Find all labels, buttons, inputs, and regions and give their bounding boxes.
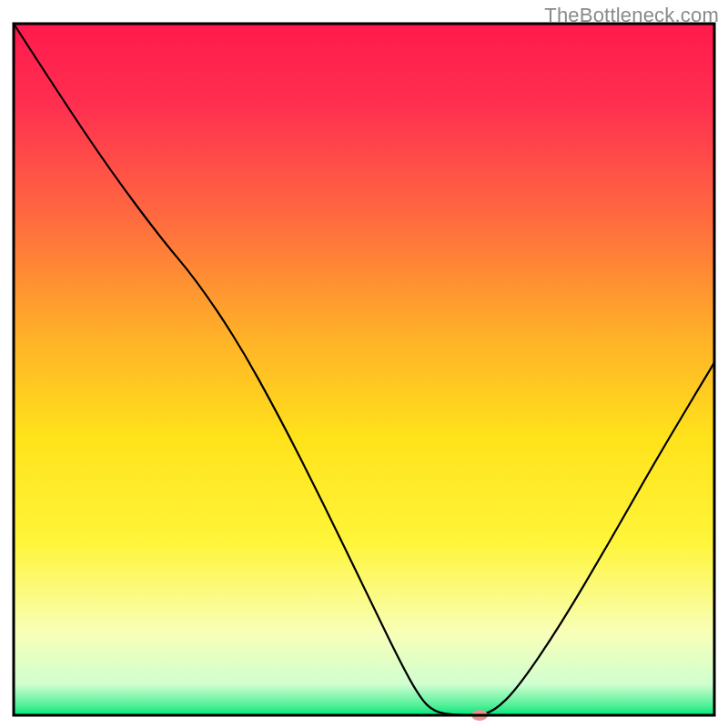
gradient-background: [14, 24, 714, 715]
bottleneck-chart: TheBottleneck.com: [0, 0, 728, 728]
chart-svg: [0, 0, 728, 728]
watermark-text: TheBottleneck.com: [544, 4, 719, 27]
